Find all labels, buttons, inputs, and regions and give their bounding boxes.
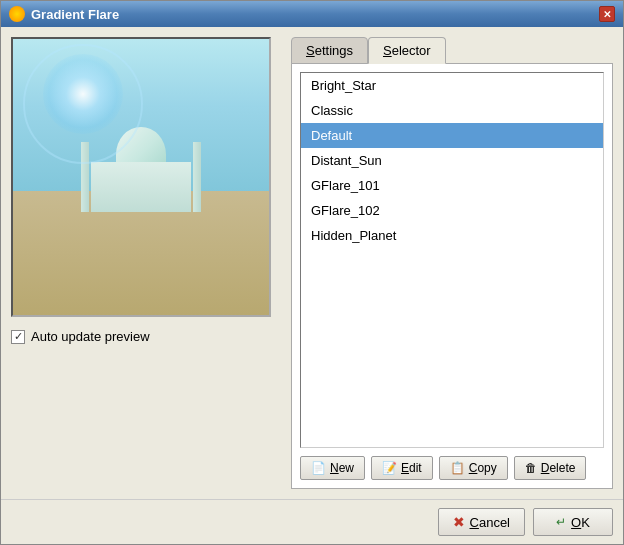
main-window: Gradient Flare ✕ ✓ — [0, 0, 624, 545]
auto-preview-row: ✓ Auto update preview — [11, 325, 281, 348]
list-item[interactable]: Hidden_Planet — [301, 223, 603, 248]
titlebar: Gradient Flare ✕ — [1, 1, 623, 27]
list-item[interactable]: Distant_Sun — [301, 148, 603, 173]
new-icon: 📄 — [311, 461, 326, 475]
list-item-label: GFlare_101 — [311, 178, 380, 193]
tab-selector-label: Selector — [383, 43, 431, 58]
cancel-label: Cancel — [470, 515, 510, 530]
list-item-label: Bright_Star — [311, 78, 376, 93]
copy-icon: 📋 — [450, 461, 465, 475]
right-panel: Settings Selector Bright_Star Classic — [291, 37, 613, 489]
right-minaret — [193, 142, 201, 212]
cancel-icon: ✖ — [453, 514, 465, 530]
delete-icon: 🗑 — [525, 461, 537, 475]
tab-content: Bright_Star Classic Default Distant_Sun … — [291, 63, 613, 489]
bottom-bar: ✖ Cancel ↵ OK — [1, 499, 623, 544]
app-icon — [9, 6, 25, 22]
cancel-button[interactable]: ✖ Cancel — [438, 508, 525, 536]
tab-bar: Settings Selector — [291, 37, 613, 64]
flare-list[interactable]: Bright_Star Classic Default Distant_Sun … — [300, 72, 604, 448]
ok-icon: ↵ — [556, 515, 566, 529]
edit-label: Edit — [401, 461, 422, 475]
copy-button[interactable]: 📋 Copy — [439, 456, 508, 480]
list-action-buttons: 📄 New 📝 Edit 📋 Copy 🗑 Delete — [300, 456, 604, 480]
ok-button[interactable]: ↵ OK — [533, 508, 613, 536]
list-item-default[interactable]: Default — [301, 123, 603, 148]
list-item-label: Default — [311, 128, 352, 143]
close-button[interactable]: ✕ — [599, 6, 615, 22]
flare-ring — [23, 44, 143, 164]
list-item[interactable]: Bright_Star — [301, 73, 603, 98]
window-title: Gradient Flare — [31, 7, 119, 22]
list-item-label: GFlare_102 — [311, 203, 380, 218]
auto-preview-label: Auto update preview — [31, 329, 150, 344]
delete-button[interactable]: 🗑 Delete — [514, 456, 587, 480]
tab-settings[interactable]: Settings — [291, 37, 368, 64]
edit-button[interactable]: 📝 Edit — [371, 456, 433, 480]
left-panel: ✓ Auto update preview — [11, 37, 281, 489]
checkbox-check: ✓ — [14, 330, 23, 343]
titlebar-left: Gradient Flare — [9, 6, 119, 22]
edit-icon: 📝 — [382, 461, 397, 475]
ok-label: OK — [571, 515, 590, 530]
new-label: New — [330, 461, 354, 475]
copy-label: Copy — [469, 461, 497, 475]
tab-selector[interactable]: Selector — [368, 37, 446, 64]
list-item-label: Classic — [311, 103, 353, 118]
delete-label: Delete — [541, 461, 576, 475]
new-button[interactable]: 📄 New — [300, 456, 365, 480]
list-item-label: Hidden_Planet — [311, 228, 396, 243]
list-item[interactable]: GFlare_102 — [301, 198, 603, 223]
list-item-label: Distant_Sun — [311, 153, 382, 168]
auto-preview-checkbox[interactable]: ✓ — [11, 330, 25, 344]
tab-settings-label: Settings — [306, 43, 353, 58]
building-body — [91, 162, 191, 212]
list-item[interactable]: GFlare_101 — [301, 173, 603, 198]
list-item[interactable]: Classic — [301, 98, 603, 123]
content-area: ✓ Auto update preview Settings Selector — [1, 27, 623, 499]
image-preview — [11, 37, 271, 317]
